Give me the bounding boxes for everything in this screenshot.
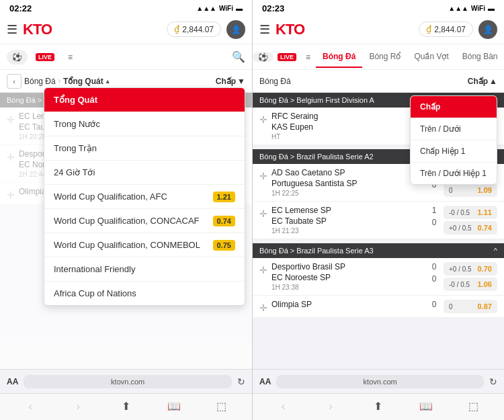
team-home-a2-2: EC Lemense SP xyxy=(271,206,427,215)
pin-icon-bel-1: ✛ xyxy=(259,114,269,125)
nav-share-right[interactable]: ⬆ xyxy=(368,400,388,413)
hamburger-icon-right[interactable]: ☰ xyxy=(259,22,270,37)
back-button-left[interactable]: ‹ xyxy=(7,74,22,89)
odds-btn-a3-1a[interactable]: +0 / 0.5 0.70 xyxy=(444,262,497,276)
coin-icon-right: ₫ xyxy=(426,24,431,34)
dropdown-odds-4: 1.21 xyxy=(213,192,235,202)
tab-bongro-right[interactable]: Bóng Rổ xyxy=(362,46,407,68)
chap-item-3[interactable]: Trên / Dưới Hiệp 1 xyxy=(411,163,497,184)
signal-icon-right: ▲▲▲ xyxy=(448,5,468,12)
value-a2-1b: 1.09 xyxy=(478,186,492,194)
team-away-a2-1: Portuguesa Santista SP xyxy=(271,179,427,188)
handicap-a2-2b: +0 / 0.5 xyxy=(449,224,472,232)
match-info-a2-2: EC Lemense SP EC Taubate SP 1H 21:23 xyxy=(271,206,427,235)
scores-a3-2: 0 xyxy=(430,300,438,309)
breadcrumb-root-left[interactable]: Bóng Đá xyxy=(24,77,56,86)
handicap-a3-1a: +0 / 0.5 xyxy=(449,265,472,273)
tab-soccer-icon-right[interactable]: ⚽ xyxy=(253,52,274,62)
tab-bongban-right[interactable]: Bóng Bàn xyxy=(456,46,504,68)
dropdown-item-8[interactable]: Africa Cup of Nations xyxy=(44,282,245,305)
score-home-a3-2: 0 xyxy=(430,300,438,309)
search-button-left[interactable]: 🔍 xyxy=(232,50,245,63)
tab-menu[interactable]: ≡ xyxy=(62,50,78,65)
dropdown-item-7[interactable]: International Friendly xyxy=(44,257,245,282)
nav-bookmarks-right[interactable]: 📖 xyxy=(416,400,436,413)
dropdown-odds-5: 0.74 xyxy=(213,216,235,226)
dropdown-item-0[interactable]: Tổng Quát xyxy=(44,88,245,112)
browser-bar-left: AA ktovn.com ↻ xyxy=(0,369,252,393)
url-text-left: ktovn.com xyxy=(111,378,144,386)
tab-list-right[interactable]: ≡ xyxy=(300,52,316,62)
tab-live[interactable]: LIVE xyxy=(30,50,60,64)
bottom-nav-left: ‹ › ⬆ 📖 ⬚ xyxy=(0,393,252,420)
top-nav-left: ☰ KTO ₫ 2,844.07 👤 xyxy=(0,15,252,44)
chap-item-1[interactable]: Trên / Dưới xyxy=(411,118,497,140)
dropdown-item-3[interactable]: 24 Giờ Tới xyxy=(44,161,245,185)
breadcrumb-current-left[interactable]: Tổng Quát ▲ xyxy=(63,77,111,86)
odds-btn-a2-2a[interactable]: -0 / 0.5 1.11 xyxy=(444,206,497,219)
chap-item-0[interactable]: Chấp xyxy=(411,96,497,118)
browser-aa-right[interactable]: AA xyxy=(259,377,271,386)
right-phone: 02:23 ▲▲▲ WiFi ▬ ☰ KTO ₫ 2,844.07 👤 ⚽ LI… xyxy=(252,0,504,420)
kto-logo-right: KTO xyxy=(276,21,304,38)
dropdown-odds-6: 0.75 xyxy=(213,240,235,251)
league-name-a3: Bóng Đá > Brazil Paulista Serie A3 xyxy=(259,247,374,255)
team-away-a2-2: EC Taubate SP xyxy=(271,216,427,226)
chap-button-left[interactable]: Chấp ▼ xyxy=(216,77,245,86)
wifi-icon-right: WiFi xyxy=(471,5,485,12)
hamburger-icon[interactable]: ☰ xyxy=(7,22,17,37)
nav-forward-right[interactable]: › xyxy=(321,401,341,413)
collapse-icon-a3[interactable]: ^ xyxy=(494,247,497,255)
avatar-left[interactable]: 👤 xyxy=(226,20,245,39)
odds-btn-a3-1b[interactable]: -0 / 0.5 1.06 xyxy=(444,278,497,291)
coin-icon: ₫ xyxy=(174,24,179,34)
battery-icon: ▬ xyxy=(236,5,243,12)
breadcrumb-arrow-left: › xyxy=(58,77,60,85)
odds-btn-a3-2a[interactable]: 0 0.87 xyxy=(444,300,497,313)
chap-label-left: Chấp xyxy=(216,77,236,86)
tab-bongda-right[interactable]: Bóng Đá xyxy=(316,46,362,68)
browser-aa-left[interactable]: AA xyxy=(7,377,18,386)
menu-icon: ≡ xyxy=(68,52,73,62)
breadcrumb-root-right[interactable]: Bóng Đá xyxy=(259,77,291,86)
nav-share-left[interactable]: ⬆ xyxy=(116,400,136,413)
dropdown-item-4[interactable]: World Cup Qualification, AFC 1.21 xyxy=(44,185,245,209)
nav-back-right[interactable]: ‹ xyxy=(273,401,293,413)
refresh-icon-left[interactable]: ↻ xyxy=(237,376,245,387)
pin-icon-3: ✛ xyxy=(7,190,16,200)
left-phone: 02:22 ▲▲▲ WiFi ▬ ☰ KTO ₫ 2,844.07 👤 ⚽ LI… xyxy=(0,0,252,420)
nav-forward-left[interactable]: › xyxy=(69,401,89,413)
league-name-bel: Bóng Đá > Belgium First Division A xyxy=(259,96,374,104)
status-time-left: 02:22 xyxy=(9,3,32,13)
chap-button-right[interactable]: Chấp ▲ xyxy=(468,77,497,86)
match-odds-a3-1: +0 / 0.5 0.70 -0 / 0.5 1.06 xyxy=(444,262,497,291)
dropdown-item-6[interactable]: World Cup Qualification, CONMEBOL 0.75 xyxy=(44,233,245,257)
avatar-right[interactable]: 👤 xyxy=(478,20,497,39)
tab-live-right[interactable]: LIVE xyxy=(274,53,300,61)
status-time-right: 02:23 xyxy=(262,3,284,13)
team-away-a3-1: EC Noroeste SP xyxy=(271,273,427,282)
status-bar-right: 02:23 ▲▲▲ WiFi ▬ xyxy=(253,0,504,15)
dropdown-item-2[interactable]: Trong Trận xyxy=(44,136,245,161)
url-bar-left[interactable]: ktovn.com xyxy=(24,375,232,388)
soccer-icon: ⚽ xyxy=(12,52,22,62)
dropdown-item-1[interactable]: Trong Nước xyxy=(44,112,245,136)
nav-back-left[interactable]: ‹ xyxy=(21,401,41,413)
url-bar-right[interactable]: ktovn.com xyxy=(276,375,484,388)
odds-btn-a2-1b[interactable]: 0 1.09 xyxy=(444,183,497,197)
tab-quanvot-right[interactable]: Quần Vợt xyxy=(407,46,455,68)
tab-soccer[interactable]: ⚽ xyxy=(7,50,28,65)
nav-bookmarks-left[interactable]: 📖 xyxy=(164,400,184,413)
nav-tabs-left[interactable]: ⬚ xyxy=(212,400,232,413)
sport-tabs-right: ⚽ LIVE ≡ Bóng Đá Bóng Rổ Quần Vợt Bóng B… xyxy=(253,44,504,70)
status-icons-right: ▲▲▲ WiFi ▬ xyxy=(448,5,495,12)
balance-value-left: 2,844.07 xyxy=(182,25,214,34)
handicap-a3-1b: -0 / 0.5 xyxy=(449,281,470,288)
nav-tabs-right[interactable]: ⬚ xyxy=(464,400,484,413)
refresh-icon-right[interactable]: ↻ xyxy=(489,376,497,387)
dropdown-item-5[interactable]: World Cup Qualification, CONCACAF 0.74 xyxy=(44,209,245,233)
league-header-a3: Bóng Đá > Brazil Paulista Serie A3 ^ xyxy=(253,243,504,258)
scores-a2-2: 1 0 xyxy=(430,206,438,227)
odds-btn-a2-2b[interactable]: +0 / 0.5 0.74 xyxy=(444,221,497,235)
chap-item-2[interactable]: Chấp Hiệp 1 xyxy=(411,140,497,163)
